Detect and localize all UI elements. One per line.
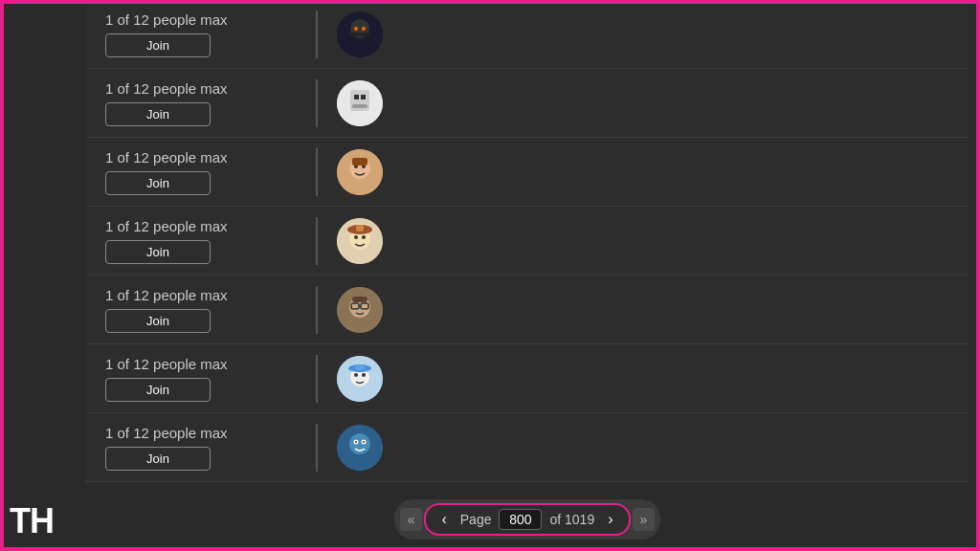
server-info: 1 of 12 people maxJoin (105, 80, 297, 126)
server-info: 1 of 12 people maxJoin (105, 218, 297, 264)
join-button[interactable]: Join (105, 171, 211, 195)
row-divider (316, 79, 318, 127)
row-divider (316, 148, 318, 196)
svg-point-30 (362, 373, 366, 377)
join-button[interactable]: Join (105, 33, 211, 57)
join-button[interactable]: Join (105, 309, 211, 333)
server-row: 1 of 12 people maxJoin (86, 207, 969, 276)
svg-rect-26 (352, 297, 368, 302)
server-info: 1 of 12 people maxJoin (105, 11, 297, 57)
pagination-bar: « ‹ Page of 1019 › » (86, 488, 969, 551)
people-count: 1 of 12 people max (105, 80, 297, 97)
row-divider (316, 217, 318, 265)
row-divider (316, 286, 318, 334)
svg-rect-9 (352, 104, 368, 108)
page-of-label: of 1019 (549, 512, 594, 527)
main-content: 1 of 12 people maxJoin 1 of 12 people ma… (0, 0, 980, 551)
join-button[interactable]: Join (105, 102, 211, 126)
people-count: 1 of 12 people max (105, 356, 297, 372)
prev-skip-button[interactable]: « (400, 508, 423, 531)
svg-point-3 (354, 27, 358, 31)
player-avatar (337, 287, 383, 333)
svg-point-4 (362, 27, 366, 31)
server-row: 1 of 12 people maxJoin (86, 69, 969, 138)
player-avatar (337, 218, 383, 264)
join-button[interactable]: Join (105, 378, 211, 402)
row-divider (316, 424, 318, 472)
pagination-outer: « ‹ Page of 1019 › » (394, 499, 661, 540)
svg-point-17 (354, 235, 358, 239)
server-info: 1 of 12 people maxJoin (105, 425, 297, 471)
player-avatar (337, 11, 383, 57)
svg-point-38 (363, 441, 365, 443)
svg-rect-2 (350, 33, 369, 36)
next-button[interactable]: › (602, 509, 618, 530)
server-row: 1 of 12 people maxJoin (86, 138, 969, 207)
server-row: 1 of 12 people maxJoin (86, 344, 969, 413)
player-avatar (337, 425, 383, 471)
server-row: 1 of 12 people maxJoin (86, 276, 969, 344)
player-avatar (337, 356, 383, 402)
svg-rect-32 (355, 364, 365, 370)
player-avatar (337, 80, 383, 126)
pagination-inner: ‹ Page of 1019 › (424, 503, 630, 536)
svg-point-18 (362, 235, 366, 239)
page-label: Page (460, 512, 492, 527)
server-info: 1 of 12 people maxJoin (105, 149, 297, 195)
join-button[interactable]: Join (105, 447, 211, 471)
svg-rect-14 (352, 158, 368, 165)
svg-rect-7 (354, 95, 359, 99)
server-row: 1 of 12 people maxJoin (86, 413, 969, 482)
svg-rect-8 (361, 95, 366, 99)
watermark: TH (10, 501, 54, 541)
svg-point-37 (355, 441, 357, 443)
page-input[interactable] (499, 509, 542, 530)
svg-point-29 (354, 373, 358, 377)
server-info: 1 of 12 people maxJoin (105, 287, 297, 333)
people-count: 1 of 12 people max (105, 218, 297, 234)
row-divider (316, 355, 318, 403)
next-skip-button[interactable]: » (633, 508, 656, 531)
player-avatar (337, 149, 383, 195)
server-row: 1 of 12 people maxJoin (86, 0, 969, 69)
people-count: 1 of 12 people max (105, 149, 297, 165)
server-info: 1 of 12 people maxJoin (105, 356, 297, 402)
server-list: 1 of 12 people maxJoin 1 of 12 people ma… (86, 0, 969, 488)
people-count: 1 of 12 people max (105, 425, 297, 441)
prev-button[interactable]: ‹ (435, 509, 452, 530)
svg-rect-20 (356, 225, 364, 231)
people-count: 1 of 12 people max (105, 287, 297, 303)
people-count: 1 of 12 people max (105, 11, 297, 28)
row-divider (316, 11, 318, 58)
join-button[interactable]: Join (105, 240, 211, 264)
